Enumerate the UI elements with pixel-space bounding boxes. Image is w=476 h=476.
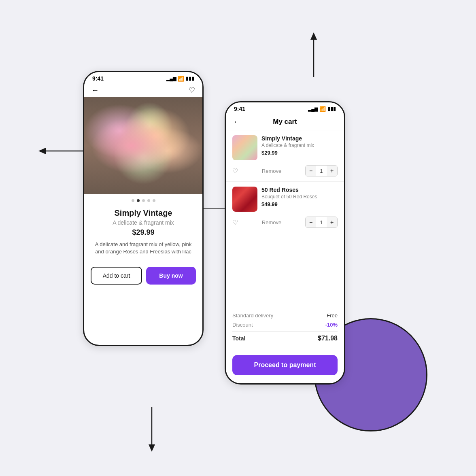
product-price: $29.99 — [91, 228, 196, 237]
proceed-button-wrap: Proceed to payment — [226, 348, 344, 383]
product-description: A delicate and fragrant mix of yellow, p… — [91, 241, 196, 255]
qty-decrease-2[interactable]: − — [306, 217, 316, 227]
dot-3 — [142, 199, 145, 202]
product-detail-phone: 9:41 ▂▄▆ 📶 ▮▮▮ ← ♡ Simply Vintage A deli… — [83, 71, 204, 346]
buy-now-button[interactable]: Buy now — [146, 267, 196, 285]
cart-heart-2[interactable]: ♡ — [232, 219, 238, 226]
cart-title: My cart — [273, 118, 297, 126]
remove-button-1[interactable]: Remove — [262, 168, 281, 174]
battery-icon-right: ▮▮▮ — [327, 106, 336, 112]
arrow-down-icon — [146, 403, 158, 452]
total-row: Total $71.98 — [232, 335, 338, 342]
wifi-icon-left: 📶 — [178, 76, 184, 82]
quantity-control-2: − 1 + — [305, 217, 338, 228]
wifi-icon-right: 📶 — [319, 106, 326, 112]
cart-item-name-2: 50 Red Roses — [261, 187, 338, 193]
time-left: 9:41 — [92, 75, 104, 82]
status-bar-left: 9:41 ▂▄▆ 📶 ▮▮▮ — [84, 72, 202, 83]
signal-icon-left: ▂▄▆ — [166, 76, 176, 81]
cart-item-2: 50 Red Roses Bouquet of 50 Red Roses $49… — [226, 182, 344, 233]
product-info: Simply Vintage A delicate & fragrant mix… — [84, 205, 202, 267]
dot-1 — [132, 199, 134, 202]
action-buttons: Add to cart Buy now — [84, 267, 202, 291]
cart-phone-inner: 9:41 ▂▄▆ 📶 ▮▮▮ ← My cart Simply Vin — [226, 102, 344, 383]
status-bar-right: 9:41 ▂▄▆ 📶 ▮▮▮ — [226, 102, 344, 114]
product-nav: ← ♡ — [84, 83, 202, 97]
qty-decrease-1[interactable]: − — [306, 166, 316, 176]
qty-increase-1[interactable]: + — [327, 166, 337, 176]
cart-item-price-2: $49.99 — [261, 201, 338, 207]
cart-item-roses-img — [232, 187, 257, 212]
cart-phone: 9:41 ▂▄▆ 📶 ▮▮▮ ← My cart Simply Vin — [225, 101, 345, 385]
dot-2-active — [137, 199, 140, 202]
cart-heart-1[interactable]: ♡ — [232, 167, 238, 175]
flower-image-inner — [84, 97, 202, 194]
cart-item-price-1: $29.99 — [261, 150, 338, 156]
discount-label: Discount — [232, 322, 253, 328]
delivery-value: Free — [327, 312, 338, 319]
remove-button-2[interactable]: Remove — [262, 219, 281, 225]
qty-increase-2[interactable]: + — [327, 217, 337, 227]
discount-row: Discount -10% — [232, 322, 338, 328]
product-image — [84, 97, 202, 194]
arrow-left-icon — [38, 145, 87, 157]
cart-summary: Standard delivery Free Discount -10% Tot… — [226, 307, 344, 348]
time-right: 9:41 — [234, 106, 245, 112]
cart-bottom: Standard delivery Free Discount -10% Tot… — [226, 307, 344, 383]
cart-items-section: Simply Vintage A delicate & fragrant mix… — [226, 130, 344, 307]
product-subtitle: A delicate & fragrant mix — [91, 219, 196, 226]
arrow-up-icon — [308, 32, 320, 81]
status-icons-left: ▂▄▆ 📶 ▮▮▮ — [166, 76, 194, 82]
total-label: Total — [232, 335, 245, 342]
qty-value-2: 1 — [316, 217, 327, 227]
dot-4 — [147, 199, 150, 202]
connector-line — [202, 208, 227, 209]
back-button-cart[interactable]: ← — [233, 118, 240, 126]
product-name: Simply Vintage — [91, 208, 196, 218]
status-icons-right: ▂▄▆ 📶 ▮▮▮ — [308, 106, 336, 112]
signal-icon-right: ▂▄▆ — [308, 106, 318, 112]
summary-divider — [232, 331, 338, 332]
cart-item-1: Simply Vintage A delicate & fragrant mix… — [226, 130, 344, 182]
cart-item-row-1: Simply Vintage A delicate & fragrant mix… — [232, 135, 338, 160]
cart-header: ← My cart — [226, 114, 344, 130]
cart-item-details-2: 50 Red Roses Bouquet of 50 Red Roses $49… — [261, 187, 338, 207]
wishlist-button[interactable]: ♡ — [189, 86, 195, 95]
image-dots — [84, 194, 202, 205]
svg-marker-5 — [149, 444, 155, 452]
total-value: $71.98 — [318, 335, 338, 342]
quantity-control-1: − 1 + — [305, 165, 338, 176]
svg-marker-3 — [38, 148, 46, 154]
qty-value-1: 1 — [316, 166, 327, 176]
cart-item-image-1 — [232, 135, 257, 160]
delivery-label: Standard delivery — [232, 312, 273, 319]
proceed-to-payment-button[interactable]: Proceed to payment — [232, 355, 338, 375]
cart-item-flowers-img — [232, 135, 257, 160]
delivery-row: Standard delivery Free — [232, 312, 338, 319]
cart-item-details-1: Simply Vintage A delicate & fragrant mix… — [261, 135, 338, 156]
cart-item-actions-1: ♡ Remove − 1 + — [232, 164, 338, 176]
battery-icon-left: ▮▮▮ — [186, 76, 194, 81]
cart-item-desc-1: A delicate & fragrant mix — [261, 142, 338, 148]
discount-value: -10% — [325, 322, 338, 328]
cart-item-desc-2: Bouquet of 50 Red Roses — [261, 194, 338, 200]
add-to-cart-button[interactable]: Add to cart — [91, 267, 142, 285]
dot-5 — [153, 199, 155, 202]
cart-item-image-2 — [232, 187, 257, 212]
cart-item-actions-2: ♡ Remove − 1 + — [232, 215, 338, 228]
svg-marker-1 — [310, 32, 317, 40]
back-button-left[interactable]: ← — [91, 86, 99, 95]
cart-item-row-2: 50 Red Roses Bouquet of 50 Red Roses $49… — [232, 187, 338, 212]
cart-item-name-1: Simply Vintage — [261, 135, 338, 142]
